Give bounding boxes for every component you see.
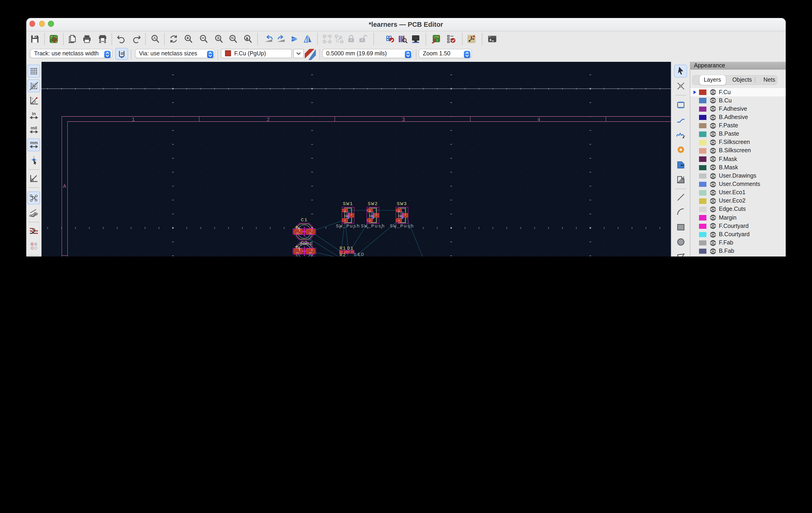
- svg-text:2: 2: [405, 214, 406, 216]
- svg-text:SW2: SW2: [368, 201, 378, 206]
- svg-text:SW_Push: SW_Push: [390, 224, 414, 229]
- svg-text:SW3: SW3: [397, 201, 407, 206]
- svg-text:R2: R2: [340, 252, 346, 256]
- svg-text:4: 4: [537, 117, 540, 123]
- svg-text:mil: mil: [31, 125, 37, 130]
- svg-text:GND: GND: [369, 211, 371, 213]
- svg-text:SW: SW: [369, 215, 373, 218]
- svg-text:1: 1: [132, 117, 135, 123]
- svg-text:3: 3: [402, 117, 405, 123]
- svg-text:GND: GND: [398, 211, 400, 213]
- svg-text:A: A: [63, 183, 66, 189]
- svg-text:LED: LED: [354, 252, 365, 256]
- svg-text:GND: GND: [344, 211, 346, 213]
- svg-text:2: 2: [266, 117, 269, 123]
- svg-text:A: A: [153, 36, 156, 40]
- svg-text:2: 2: [376, 214, 377, 216]
- svg-text:2: 2: [311, 249, 313, 252]
- svg-text:GND: GND: [309, 252, 312, 254]
- svg-text:SW1: SW1: [343, 201, 353, 206]
- svg-text:C1: C1: [301, 217, 308, 223]
- svg-text:R1: R1: [340, 246, 346, 251]
- svg-text:SW_Push: SW_Push: [336, 224, 360, 229]
- svg-text:3: 3: [344, 220, 346, 222]
- svg-text:2: 2: [311, 229, 313, 232]
- svg-text:Net-: Net-: [296, 232, 300, 234]
- svg-text:mm: mm: [30, 140, 37, 145]
- svg-text:SW: SW: [344, 215, 348, 218]
- svg-text:3: 3: [398, 220, 400, 222]
- svg-text:2: 2: [351, 214, 352, 216]
- svg-text:SW: SW: [398, 215, 402, 218]
- svg-text:θ: θ: [34, 100, 36, 104]
- svg-text:D1: D1: [347, 246, 354, 251]
- svg-text:r: r: [32, 97, 33, 100]
- svg-text:Net-: Net-: [296, 252, 300, 254]
- svg-text:3: 3: [369, 220, 371, 222]
- svg-text:GND: GND: [309, 232, 312, 234]
- svg-text:SW_Push: SW_Push: [361, 224, 385, 229]
- svg-text:in: in: [32, 111, 36, 116]
